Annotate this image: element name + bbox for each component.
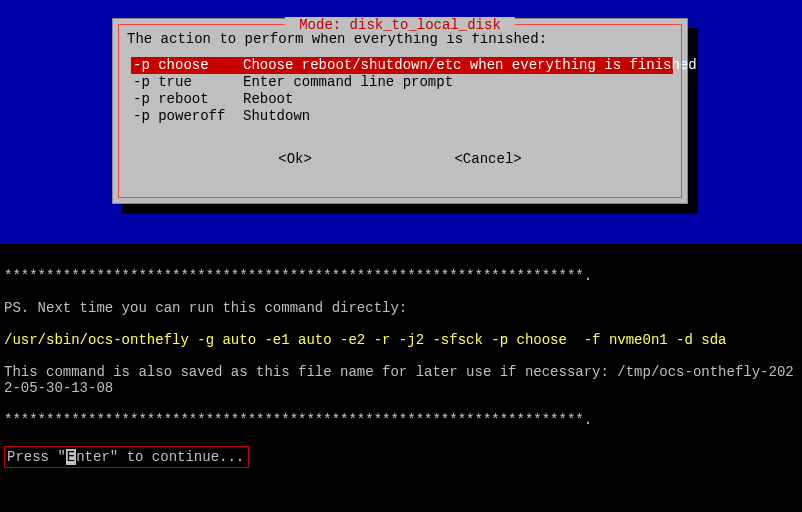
ok-button[interactable]: <Ok> (278, 151, 312, 167)
press-post: nter" to continue... (76, 449, 244, 465)
option-poweroff[interactable]: -p poweroff Shutdown (133, 108, 673, 125)
separator-bottom: ****************************************… (4, 412, 798, 428)
option-choose[interactable]: -p choose Choose reboot/shutdown/etc whe… (131, 57, 673, 74)
option-key: -p true (133, 74, 243, 91)
option-list: -p choose Choose reboot/shutdown/etc whe… (133, 57, 673, 125)
option-desc: Shutdown (243, 108, 310, 125)
option-key: -p choose (133, 57, 243, 74)
option-key: -p poweroff (133, 108, 243, 125)
option-reboot[interactable]: -p reboot Reboot (133, 91, 673, 108)
press-enter-prompt[interactable]: Press "Enter" to continue... (4, 446, 249, 468)
dialog-title: Mode: disk_to_local_disk (285, 17, 515, 33)
press-pre: Press " (7, 449, 66, 465)
terminal-output: ****************************************… (0, 244, 802, 512)
cursor: E (66, 449, 76, 465)
command-line: /usr/sbin/ocs-onthefly -g auto -e1 auto … (4, 332, 798, 348)
saved-line: This command is also saved as this file … (4, 364, 798, 396)
option-desc: Choose reboot/shutdown/etc when everythi… (243, 57, 697, 74)
option-desc: Enter command line prompt (243, 74, 453, 91)
dialog-prompt: The action to perform when everything is… (127, 31, 673, 47)
option-true[interactable]: -p true Enter command line prompt (133, 74, 673, 91)
dialog-body: The action to perform when everything is… (113, 19, 687, 167)
option-key: -p reboot (133, 91, 243, 108)
ps-line: PS. Next time you can run this command d… (4, 300, 798, 316)
dialog: Mode: disk_to_local_disk The action to p… (112, 18, 688, 204)
cancel-button[interactable]: <Cancel> (454, 151, 521, 167)
dialog-background: Mode: disk_to_local_disk The action to p… (0, 0, 802, 244)
separator-top: ****************************************… (4, 268, 798, 284)
dialog-buttons: <Ok> <Cancel> (127, 151, 673, 167)
option-desc: Reboot (243, 91, 293, 108)
